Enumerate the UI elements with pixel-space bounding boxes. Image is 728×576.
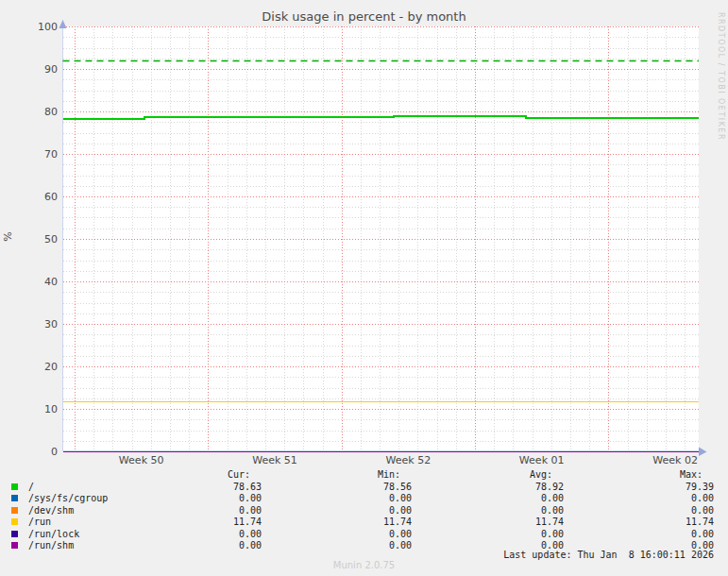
legend-value: 0.00 — [541, 529, 564, 540]
legend-label: /sys/fs/cgroup — [28, 493, 108, 504]
legend-value: 0.00 — [691, 493, 714, 504]
legend-column-header: Max: — [680, 469, 703, 481]
rrdtool-watermark: RRDTOOL / TOBI OETIKER — [717, 12, 725, 141]
legend-column-header: Cur: — [228, 469, 250, 481]
x-tick-label: Week 51 — [232, 454, 317, 466]
y-tick-label: 30 — [16, 318, 58, 330]
legend-swatch — [11, 507, 18, 514]
y-tick-label: 100 — [16, 21, 58, 33]
legend-value: 11.74 — [233, 517, 262, 528]
legend-value: 0.00 — [691, 529, 714, 540]
y-tick-label: 40 — [16, 276, 58, 288]
legend-value: 0.00 — [239, 529, 262, 540]
legend-label: / — [28, 482, 34, 493]
y-tick-label: 50 — [16, 233, 58, 246]
legend-value: 0.00 — [389, 540, 412, 551]
legend-value: 0.00 — [239, 505, 262, 517]
y-tick-label: 60 — [16, 191, 58, 203]
legend-value: 79.39 — [686, 482, 714, 493]
legend-value: 78.63 — [233, 482, 262, 493]
legend-column-header: Min: — [378, 469, 400, 481]
munin-version-text: Munin 2.0.75 — [0, 560, 728, 570]
x-tick-label: Week 50 — [99, 454, 184, 466]
legend-value: 0.00 — [239, 493, 262, 504]
munin-graph: Disk usage in percent - by month % 01020… — [0, 0, 728, 576]
y-tick-label: 0 — [16, 446, 58, 458]
y-tick-label: 70 — [16, 148, 58, 161]
legend-label: /run — [28, 517, 51, 528]
legend-value: 0.00 — [389, 493, 412, 504]
legend-value: 78.56 — [383, 482, 412, 493]
legend-swatch — [11, 518, 18, 525]
legend-label: /run/shm — [28, 540, 74, 551]
legend-value: 11.74 — [686, 517, 714, 528]
legend-label: /dev/shm — [28, 505, 74, 517]
legend-label: /run/lock — [28, 529, 79, 540]
legend-value: 0.00 — [691, 505, 714, 517]
legend-column-header: Avg: — [530, 469, 552, 481]
legend-value: 0.00 — [541, 505, 564, 517]
y-tick-label: 90 — [16, 63, 58, 76]
legend-value: 0.00 — [389, 529, 412, 540]
x-tick-label: Week 52 — [365, 454, 450, 466]
legend-value: 11.74 — [535, 517, 564, 528]
legend-value: 0.00 — [389, 505, 412, 517]
x-tick-label: Week 01 — [499, 454, 584, 466]
legend-value: 0.00 — [239, 540, 262, 551]
x-tick-label: Week 02 — [633, 454, 718, 466]
legend-value: 0.00 — [541, 493, 564, 504]
chart-canvas — [0, 0, 728, 576]
y-tick-label: 10 — [16, 403, 58, 415]
legend-swatch — [11, 495, 18, 501]
y-tick-label: 20 — [16, 361, 58, 373]
y-tick-label: 80 — [16, 106, 58, 118]
legend-swatch — [11, 542, 18, 549]
legend-swatch — [11, 483, 18, 490]
legend-value: 11.74 — [383, 517, 412, 528]
legend-swatch — [11, 531, 18, 537]
legend-value: 78.92 — [535, 482, 564, 493]
plot-area — [0, 0, 728, 576]
